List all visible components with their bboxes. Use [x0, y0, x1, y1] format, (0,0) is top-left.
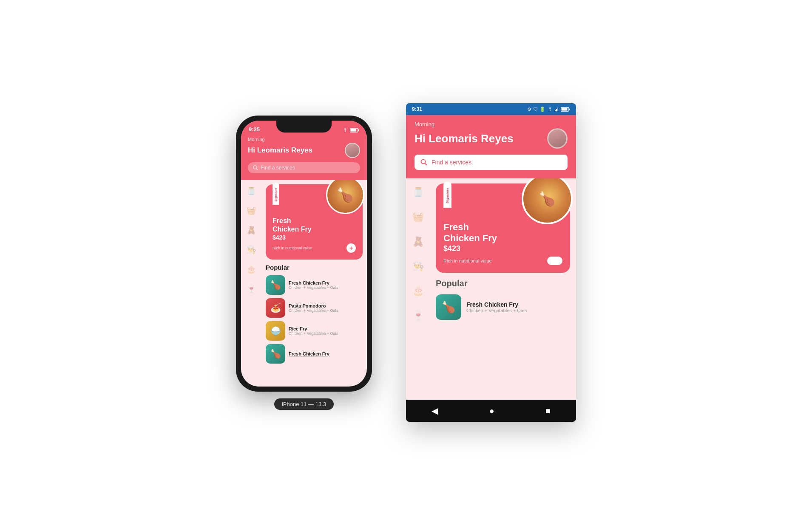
battery-icon	[350, 128, 359, 133]
popular-item-name: Pasta Pomodoro	[289, 303, 363, 308]
popular-item-desc: Chicken + Vegatables + Oats	[289, 331, 363, 336]
svg-point-0	[345, 131, 346, 132]
svg-point-4	[253, 166, 257, 169]
iphone-username: Hi Leomaris Reyes	[248, 146, 312, 155]
food-image-teal2: 🍗	[266, 344, 285, 364]
sidebar-icon-bear: 🧸	[245, 224, 257, 236]
food-image-red: 🍝	[266, 298, 285, 318]
food-icon-3: 🍚	[266, 321, 285, 341]
iphone-status-icons	[342, 128, 359, 133]
food-icon: 🍗	[436, 294, 461, 320]
battery-icon: 🔋	[539, 107, 545, 112]
add-button[interactable]: +	[346, 243, 356, 253]
android-feature-price: $423	[443, 244, 562, 253]
svg-rect-9	[557, 107, 558, 111]
android-food-image-teal: 🍗	[436, 294, 461, 320]
feature-card-title: FreshChicken Fry	[273, 217, 356, 234]
list-item[interactable]: 🍚 Rice Fry Chicken + Vegatables + Oats	[266, 321, 363, 341]
food-image-teal: 🍗	[266, 275, 285, 295]
toggle-button[interactable]	[547, 257, 562, 265]
food-icon-1: 🍗	[266, 275, 285, 295]
android-status-bar: 9:31 ⚙ 🛡 🔋	[406, 103, 576, 115]
food-icon-2: 🍝	[266, 298, 285, 318]
iphone-screen: 9:25 Morning	[241, 121, 367, 387]
feature-card-price: $423	[273, 234, 356, 241]
gear-icon: ⚙	[527, 107, 531, 112]
sidebar-icon-basket: 🧺	[411, 210, 425, 224]
search-placeholder: Find a services	[261, 165, 295, 171]
iphone-device: 9:25 Morning	[236, 116, 372, 392]
android-username: Hi Leomaris Reyes	[415, 132, 514, 145]
sidebar-icon-jar: 🫙	[245, 185, 257, 197]
iphone-mockup: 9:25 Morning	[236, 116, 372, 410]
wifi-icon	[547, 107, 553, 111]
device-label: iPhone 11 — 13.3	[274, 398, 334, 410]
feature-card-footer: Rich in nutritional value +	[273, 243, 356, 253]
avatar	[345, 143, 360, 158]
android-feature-footer: Rich in nutritional value	[443, 257, 562, 265]
android-user-row: Hi Leomaris Reyes	[415, 128, 568, 149]
svg-point-13	[421, 160, 426, 164]
sidebar-icon-wine: 🍷	[411, 308, 425, 323]
android-main: Signature FreshChicken Fry $423 Rich in …	[430, 178, 576, 400]
list-item[interactable]: 🍗 Fresh Chicken Fry Chicken + Vegatables…	[436, 294, 570, 320]
android-popular-item-desc: Chicken + Vegatables + Oats	[466, 308, 527, 313]
svg-rect-11	[562, 108, 568, 110]
avatar-face	[346, 144, 359, 157]
popular-item-info: Rice Fry Chicken + Vegatables + Oats	[289, 326, 363, 336]
sidebar-icon-basket: 🧺	[245, 205, 257, 217]
iphone-notch	[276, 121, 332, 133]
android-food-image	[523, 178, 571, 223]
feature-card: Signature FreshChicken Fry $423 Rich in …	[266, 184, 363, 260]
svg-line-5	[256, 169, 258, 170]
svg-rect-12	[569, 108, 570, 110]
wifi-icon	[342, 128, 348, 132]
android-greeting: Morning	[415, 121, 568, 127]
list-item[interactable]: 🍝 Pasta Pomodoro Chicken + Vegatables + …	[266, 298, 363, 318]
android-popular-item-info: Fresh Chicken Fry Chicken + Vegatables +…	[466, 301, 527, 313]
android-body: 🫙 🧺 🧸 👨‍🍳 🎂 🍷 Signature FreshChicken Fry…	[406, 178, 576, 400]
android-feature-image	[522, 178, 573, 224]
android-popular-item-name: Fresh Chicken Fry	[466, 301, 527, 308]
sidebar: 🫙 🧺 🧸 👨‍🍳 🎂 🍷	[241, 180, 261, 387]
android-search-placeholder: Find a services	[432, 159, 471, 166]
sidebar-icon-wine: 🍷	[245, 283, 257, 295]
iphone-greeting: Morning	[248, 137, 360, 142]
main-content: Signature FreshChicken Fry $423 Rich in …	[261, 180, 367, 387]
sidebar-icon-chef: 👨‍🍳	[411, 259, 425, 274]
search-bar[interactable]: Find a services	[248, 162, 360, 173]
popular-item-info: Fresh Chicken Fry Chicken + Vegatables +…	[289, 280, 363, 290]
popular-item-info: Fresh Chicken Fry	[289, 351, 363, 356]
sidebar-icon-jar: 🫙	[411, 185, 425, 200]
sidebar-icon-bear: 🧸	[411, 234, 425, 249]
shield-icon: 🛡	[533, 107, 538, 112]
android-mockup: 9:31 ⚙ 🛡 🔋 Morning	[406, 103, 576, 422]
android-header: Morning Hi Leomaris Reyes Find a service…	[406, 115, 576, 178]
signal-icon	[555, 107, 559, 111]
popular-item-name: Fresh Chicken Fry	[289, 280, 363, 285]
popular-title: Popular	[266, 264, 363, 271]
food-image-yellow: 🍚	[266, 321, 285, 341]
search-icon	[420, 159, 427, 166]
food-icon-4: 🍗	[266, 344, 285, 364]
list-item[interactable]: 🍗 Fresh Chicken Fry	[266, 344, 363, 364]
feature-card-image	[326, 180, 364, 214]
android-feature-card: Signature FreshChicken Fry $423 Rich in …	[436, 183, 570, 273]
android-sidebar: 🫙 🧺 🧸 👨‍🍳 🎂 🍷	[406, 178, 430, 400]
android-feature-badge: Signature	[443, 182, 451, 208]
android-time: 9:31	[412, 106, 422, 112]
android-status-icons: ⚙ 🛡 🔋	[527, 107, 570, 112]
home-button[interactable]: ●	[489, 406, 494, 416]
back-button[interactable]: ◀	[432, 406, 438, 416]
recents-button[interactable]: ■	[545, 406, 551, 416]
popular-item-desc: Chicken + Vegatables + Oats	[289, 285, 363, 290]
list-item[interactable]: 🍗 Fresh Chicken Fry Chicken + Vegatables…	[266, 275, 363, 295]
iphone-user-row: Hi Leomaris Reyes	[248, 143, 360, 158]
android-popular-list: 🍗 Fresh Chicken Fry Chicken + Vegatables…	[436, 294, 570, 320]
android-search-bar[interactable]: Find a services	[415, 155, 568, 170]
search-icon	[253, 165, 258, 170]
popular-item-name: Fresh Chicken Fry	[289, 351, 363, 356]
popular-item-info: Pasta Pomodoro Chicken + Vegatables + Oa…	[289, 303, 363, 313]
battery-icon-android	[561, 107, 570, 112]
iphone-body: 🫙 🧺 🧸 👨‍🍳 🎂 🍷 Signature	[241, 180, 367, 387]
